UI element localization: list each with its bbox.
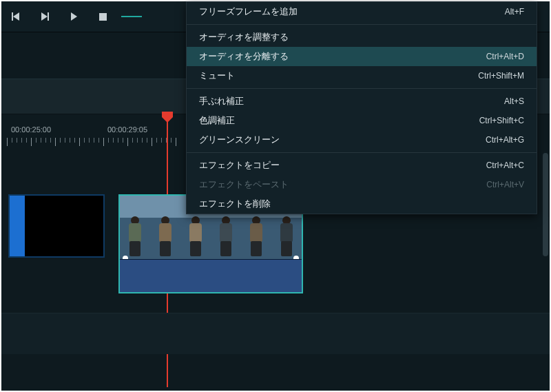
timeline-clip[interactable] xyxy=(8,194,105,258)
menu-item-label: 手ぶれ補正 xyxy=(199,95,504,107)
menu-item: エフェクトをペーストCtrl+Alt+V xyxy=(187,175,537,194)
clip-context-menu: フリーズフレームを追加Alt+Fオーディオを調整するオーディオを分離するCtrl… xyxy=(186,1,537,214)
menu-item[interactable]: オーディオを分離するCtrl+Alt+D xyxy=(187,47,537,66)
menu-item-label: エフェクトをペースト xyxy=(199,178,486,191)
svg-marker-4 xyxy=(71,12,77,21)
menu-item[interactable]: グリーンスクリーンCtrl+Alt+G xyxy=(187,130,537,149)
menu-item-label: ミュート xyxy=(199,70,478,82)
video-editor-app: 00:00:25:00 00:00:29:05 0 - コピ xyxy=(0,0,551,392)
timeline-empty-track[interactable] xyxy=(1,313,550,354)
menu-item[interactable]: フリーズフレームを追加Alt+F xyxy=(187,2,537,21)
menu-item-label: グリーンスクリーン xyxy=(199,134,486,146)
menu-item[interactable]: ミュートCtrl+Shift+M xyxy=(187,66,537,85)
menu-item-label: オーディオを分離する xyxy=(199,50,486,63)
menu-item[interactable]: 手ぶれ補正Alt+S xyxy=(187,92,537,111)
menu-separator xyxy=(187,24,537,25)
menu-item-label: オーディオを調整する xyxy=(199,31,524,43)
menu-item-label: 色調補正 xyxy=(199,114,479,127)
svg-marker-0 xyxy=(13,12,19,21)
toolbar-accent xyxy=(121,16,142,17)
menu-item-label: エフェクトを削除 xyxy=(199,198,524,210)
clip-thumbnail xyxy=(8,194,105,258)
svg-marker-2 xyxy=(41,12,48,21)
next-frame-button[interactable] xyxy=(30,1,59,32)
menu-item[interactable]: 色調補正Ctrl+Shift+C xyxy=(187,111,537,130)
menu-item-shortcut: Ctrl+Shift+M xyxy=(478,71,524,81)
ruler-timecode: 00:00:25:00 xyxy=(11,125,51,134)
clip-handle[interactable] xyxy=(293,256,299,259)
prev-frame-button[interactable] xyxy=(1,1,30,32)
playhead-handle[interactable] xyxy=(160,112,174,121)
clip-handle[interactable] xyxy=(123,256,128,259)
menu-item[interactable]: エフェクトを削除 xyxy=(187,194,537,214)
vertical-scrollbar[interactable] xyxy=(543,153,548,256)
menu-item-shortcut: Ctrl+Alt+D xyxy=(486,52,524,61)
menu-separator xyxy=(187,152,537,153)
menu-item-label: エフェクトをコピー xyxy=(199,159,486,172)
ruler-timecode: 00:00:29:05 xyxy=(107,125,147,134)
menu-item-label: フリーズフレームを追加 xyxy=(199,6,505,18)
menu-item-shortcut: Ctrl+Shift+C xyxy=(479,116,524,125)
menu-item-shortcut: Alt+F xyxy=(505,7,524,17)
menu-item-shortcut: Ctrl+Alt+G xyxy=(486,135,524,145)
svg-rect-1 xyxy=(12,12,13,21)
svg-rect-5 xyxy=(99,13,107,21)
menu-item-shortcut: Ctrl+Alt+C xyxy=(486,161,524,170)
menu-item-shortcut: Alt+S xyxy=(504,96,524,106)
clip-audio-track[interactable] xyxy=(120,259,302,292)
stop-button[interactable] xyxy=(88,1,117,32)
play-button[interactable] xyxy=(59,1,88,32)
svg-rect-3 xyxy=(48,12,49,21)
menu-item[interactable]: エフェクトをコピーCtrl+Alt+C xyxy=(187,156,537,175)
menu-item[interactable]: オーディオを調整する xyxy=(187,28,537,47)
menu-separator xyxy=(187,88,537,89)
menu-item-shortcut: Ctrl+Alt+V xyxy=(486,180,524,189)
